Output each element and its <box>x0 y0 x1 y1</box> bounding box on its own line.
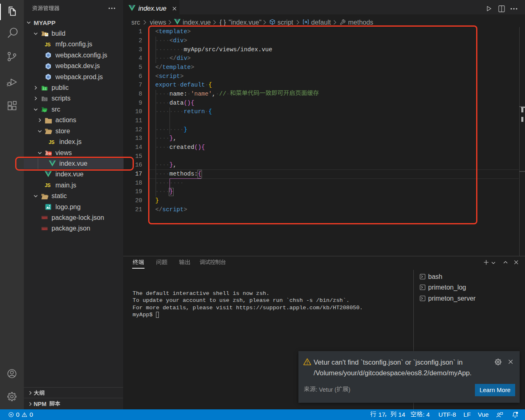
svg-text:npm: npm <box>41 227 47 230</box>
svg-text:npm: npm <box>41 216 47 219</box>
